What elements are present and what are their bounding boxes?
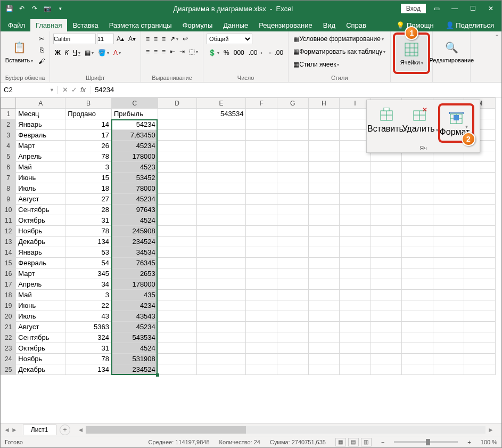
horizontal-scrollbar[interactable]: ◄ ► — [76, 426, 496, 434]
col-header-A[interactable]: A — [16, 98, 65, 109]
cell-E25[interactable] — [196, 364, 246, 375]
align-left-icon[interactable]: ≡ — [144, 46, 151, 57]
decrease-font-icon[interactable]: A▾ — [127, 34, 137, 44]
cell-F19[interactable] — [246, 300, 277, 311]
cell-A5[interactable]: Апрель — [16, 151, 65, 162]
cell-F24[interactable] — [246, 354, 277, 364]
cell-M10[interactable] — [464, 205, 496, 215]
cell-L6[interactable] — [433, 162, 464, 173]
cell-A16[interactable]: Март — [16, 268, 65, 279]
cell-C11[interactable]: 4524 — [111, 215, 158, 226]
cell-G20[interactable] — [277, 311, 308, 322]
cell-M7[interactable] — [464, 173, 496, 183]
row-header-2[interactable]: 2 — [1, 119, 16, 130]
cell-D19[interactable] — [158, 300, 196, 311]
sheet-tab-1[interactable]: Лист1 — [23, 425, 56, 435]
cell-H10[interactable] — [308, 205, 340, 215]
cells-dropdown-button[interactable]: Ячейки — [396, 36, 427, 71]
cell-L19[interactable] — [433, 300, 464, 311]
cell-D10[interactable] — [158, 205, 196, 215]
cell-F4[interactable] — [246, 141, 277, 151]
cell-B12[interactable]: 78 — [65, 226, 112, 237]
cell-A24[interactable]: Ноябрь — [16, 354, 65, 364]
camera-icon[interactable]: 📷 — [42, 3, 53, 14]
cell-H23[interactable] — [308, 343, 340, 354]
close-button[interactable]: ✕ — [483, 5, 498, 12]
tab-view[interactable]: Вид — [318, 19, 341, 31]
view-page-layout-icon[interactable]: ▤ — [348, 438, 359, 446]
cell-F11[interactable] — [246, 215, 277, 226]
orientation-icon[interactable]: ↗ — [168, 34, 180, 44]
cell-L17[interactable] — [433, 279, 464, 290]
cell-I16[interactable] — [340, 268, 371, 279]
cell-C13[interactable]: 234524 — [111, 237, 158, 247]
cell-G8[interactable] — [277, 183, 308, 194]
row-header-3[interactable]: 3 — [1, 130, 16, 141]
row-header-4[interactable]: 4 — [1, 141, 16, 151]
cell-J9[interactable] — [371, 194, 402, 205]
row-header-23[interactable]: 23 — [1, 343, 16, 354]
cell-J22[interactable] — [371, 332, 402, 343]
zoom-slider[interactable] — [394, 441, 458, 443]
col-header-D[interactable]: D — [158, 98, 196, 109]
cell-H5[interactable] — [308, 151, 340, 162]
cell-K7[interactable] — [402, 173, 433, 183]
cell-A7[interactable]: Июнь — [16, 173, 65, 183]
sheet-nav-prev-icon[interactable]: ◄ — [4, 426, 10, 434]
cell-J23[interactable] — [371, 343, 402, 354]
cell-M17[interactable] — [464, 279, 496, 290]
row-header-18[interactable]: 18 — [1, 290, 16, 300]
cell-J13[interactable] — [371, 237, 402, 247]
cell-D8[interactable] — [158, 183, 196, 194]
row-header-21[interactable]: 21 — [1, 322, 16, 332]
cell-C2[interactable]: 54234 — [111, 119, 158, 130]
cell-G22[interactable] — [277, 332, 308, 343]
cell-M25[interactable] — [464, 364, 496, 375]
row-header-10[interactable]: 10 — [1, 205, 16, 215]
cell-J20[interactable] — [371, 311, 402, 322]
chevron-right-icon[interactable]: ▾ — [465, 124, 468, 129]
cell-F21[interactable] — [246, 322, 277, 332]
bold-button[interactable]: Ж — [53, 47, 62, 58]
cell-G23[interactable] — [277, 343, 308, 354]
cell-E10[interactable] — [196, 205, 246, 215]
cell-E14[interactable] — [196, 247, 246, 258]
cell-M11[interactable] — [464, 215, 496, 226]
cell-B24[interactable]: 78 — [65, 354, 112, 364]
cell-A21[interactable]: Август — [16, 322, 65, 332]
increase-indent-icon[interactable]: ⇥ — [178, 46, 186, 57]
cell-K8[interactable] — [402, 183, 433, 194]
cell-I11[interactable] — [340, 215, 371, 226]
cell-J8[interactable] — [371, 183, 402, 194]
cell-I23[interactable] — [340, 343, 371, 354]
cell-D23[interactable] — [158, 343, 196, 354]
cell-M21[interactable] — [464, 322, 496, 332]
cell-F16[interactable] — [246, 268, 277, 279]
align-right-icon[interactable]: ≡ — [160, 46, 167, 57]
cell-B14[interactable]: 53 — [65, 247, 112, 258]
tab-data[interactable]: Данные — [218, 19, 253, 31]
cell-B8[interactable]: 18 — [65, 183, 112, 194]
cell-F3[interactable] — [246, 130, 277, 141]
italic-button[interactable]: К — [63, 47, 70, 58]
cell-A20[interactable]: Июль — [16, 311, 65, 322]
cell-E1[interactable]: 543534 — [196, 109, 246, 119]
cell-K12[interactable] — [402, 226, 433, 237]
row-header-6[interactable]: 6 — [1, 162, 16, 173]
cell-B2[interactable]: 14 — [65, 119, 112, 130]
cell-B16[interactable]: 345 — [65, 268, 112, 279]
share-button[interactable]: 👤 Поделиться — [440, 19, 499, 31]
cell-I8[interactable] — [340, 183, 371, 194]
cell-B20[interactable]: 43 — [65, 311, 112, 322]
cell-H8[interactable] — [308, 183, 340, 194]
cell-C20[interactable]: 43543 — [111, 311, 158, 322]
cell-L12[interactable] — [433, 226, 464, 237]
row-header-17[interactable]: 17 — [1, 279, 16, 290]
cell-I21[interactable] — [340, 322, 371, 332]
cell-C16[interactable]: 2653 — [111, 268, 158, 279]
cell-L18[interactable] — [433, 290, 464, 300]
cell-C6[interactable]: 4523 — [111, 162, 158, 173]
cell-B22[interactable]: 324 — [65, 332, 112, 343]
tab-file[interactable]: Файл — [3, 19, 30, 31]
cell-E3[interactable] — [196, 130, 246, 141]
